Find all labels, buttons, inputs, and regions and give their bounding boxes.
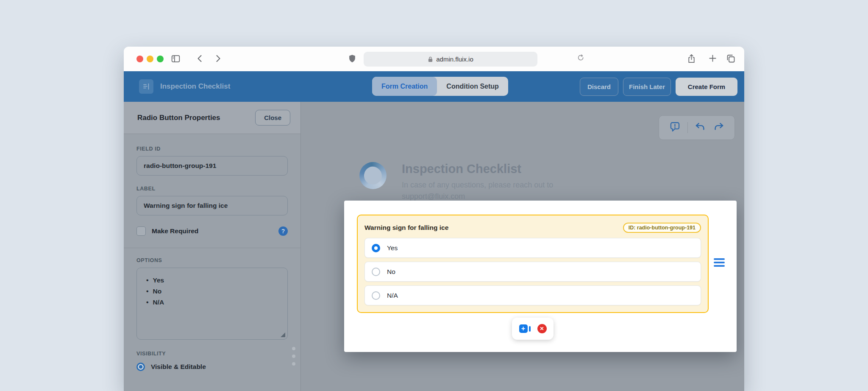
make-required-checkbox[interactable] bbox=[136, 226, 146, 236]
close-button[interactable]: Close bbox=[255, 110, 290, 126]
alert-bubble-icon[interactable] bbox=[669, 121, 681, 134]
new-tab-icon[interactable] bbox=[708, 53, 718, 63]
divider bbox=[124, 248, 300, 248]
delete-field-button[interactable]: ✕ bbox=[537, 324, 547, 333]
fluix-logo bbox=[359, 162, 387, 189]
options-textarea[interactable]: Yes No N/A bbox=[136, 268, 288, 340]
visibility-label: VISIBILITY bbox=[136, 351, 288, 357]
visibility-radio-selected[interactable] bbox=[136, 363, 145, 371]
tab-overview-icon[interactable] bbox=[726, 53, 736, 64]
close-window-button[interactable] bbox=[136, 56, 143, 62]
radio-option-label: N/A bbox=[387, 292, 398, 299]
field-id-input[interactable] bbox=[136, 156, 288, 176]
delete-icon: ✕ bbox=[537, 324, 547, 333]
create-form-button[interactable]: Create Form bbox=[676, 78, 737, 96]
forward-button[interactable] bbox=[213, 53, 223, 64]
page-title: Inspection Checklist bbox=[160, 82, 230, 91]
radio-option-row[interactable]: No bbox=[364, 262, 701, 282]
radio-option-label: No bbox=[387, 268, 395, 276]
tab-form-creation[interactable]: Form Creation bbox=[372, 77, 437, 96]
finish-later-button[interactable]: Finish Later bbox=[623, 78, 671, 96]
add-field-icon: + bbox=[519, 324, 531, 333]
option-item: Yes bbox=[144, 275, 281, 286]
undo-icon[interactable] bbox=[695, 121, 706, 134]
field-id-badge: ID: radio-button-group-191 bbox=[623, 223, 701, 233]
resize-handle-icon[interactable] bbox=[281, 332, 285, 337]
visibility-option-row: Visible & Editable bbox=[136, 363, 288, 371]
sidebar-toggle-icon[interactable] bbox=[170, 53, 181, 64]
field-id-label: FIELD ID bbox=[136, 146, 288, 152]
make-required-label: Make Required bbox=[152, 227, 198, 235]
options-label: OPTIONS bbox=[136, 257, 288, 263]
field-action-bar: + ✕ bbox=[512, 318, 554, 340]
help-icon[interactable]: ? bbox=[278, 226, 288, 236]
add-field-button[interactable]: + bbox=[519, 324, 531, 333]
radio-option-label: Yes bbox=[387, 244, 398, 252]
option-item: No bbox=[144, 286, 281, 297]
url-text: admin.fluix.io bbox=[436, 56, 473, 63]
scrollbar-indicator[interactable] bbox=[292, 347, 295, 366]
document-icon bbox=[139, 79, 153, 94]
desktop-background: admin.fluix.io bbox=[0, 0, 868, 391]
properties-panel: Radio Button Properties Close FIELD ID L… bbox=[124, 102, 301, 391]
label-label: LABEL bbox=[136, 186, 288, 192]
discard-button[interactable]: Discard bbox=[580, 78, 618, 96]
share-icon[interactable] bbox=[687, 53, 696, 64]
reload-icon[interactable] bbox=[577, 54, 585, 62]
drag-handle-icon[interactable] bbox=[714, 258, 725, 267]
radio-unselected-icon[interactable] bbox=[372, 268, 380, 276]
browser-window: admin.fluix.io bbox=[124, 47, 744, 391]
options-list: Yes No N/A bbox=[144, 275, 281, 308]
toolbar-divider bbox=[687, 122, 688, 133]
redo-icon[interactable] bbox=[713, 121, 724, 134]
make-required-row: Make Required ? bbox=[136, 226, 288, 236]
field-editor-popup: Warning sign for falling ice ID: radio-b… bbox=[344, 201, 737, 352]
mode-tab-bar: Form Creation Condition Setup bbox=[372, 77, 508, 96]
tab-condition-setup[interactable]: Condition Setup bbox=[437, 77, 508, 96]
radio-option-row[interactable]: Yes bbox=[364, 238, 701, 258]
radio-option-row[interactable]: N/A bbox=[364, 285, 701, 305]
panel-title: Radio Button Properties bbox=[137, 114, 220, 122]
field-label: Warning sign for falling ice bbox=[364, 224, 448, 232]
properties-panel-header: Radio Button Properties Close bbox=[124, 102, 300, 134]
privacy-shield-icon[interactable] bbox=[348, 53, 357, 64]
form-header: Inspection Checklist In case of any ques… bbox=[359, 162, 588, 202]
option-item: N/A bbox=[144, 297, 281, 308]
form-title: Inspection Checklist bbox=[402, 162, 588, 176]
zoom-window-button[interactable] bbox=[157, 56, 164, 62]
label-input[interactable] bbox=[136, 196, 288, 215]
address-bar[interactable]: admin.fluix.io bbox=[364, 52, 537, 67]
app-body: Radio Button Properties Close FIELD ID L… bbox=[124, 102, 744, 391]
lock-icon bbox=[428, 56, 433, 62]
field-card-header: Warning sign for falling ice ID: radio-b… bbox=[364, 221, 701, 234]
selected-field-card[interactable]: Warning sign for falling ice ID: radio-b… bbox=[357, 215, 709, 313]
browser-toolbar: admin.fluix.io bbox=[124, 47, 744, 71]
radio-selected-icon[interactable] bbox=[372, 244, 380, 252]
back-button[interactable] bbox=[195, 53, 205, 64]
canvas-toolbar bbox=[659, 115, 735, 140]
properties-panel-content: FIELD ID LABEL Make Required ? OPTIONS Y… bbox=[124, 134, 300, 371]
radio-unselected-icon[interactable] bbox=[372, 291, 380, 300]
visibility-option-label: Visible & Editable bbox=[151, 363, 206, 371]
app-header: Inspection Checklist Form Creation Condi… bbox=[124, 71, 744, 102]
minimize-window-button[interactable] bbox=[147, 56, 153, 62]
form-subtitle: In case of any questions, please reach o… bbox=[402, 179, 588, 202]
